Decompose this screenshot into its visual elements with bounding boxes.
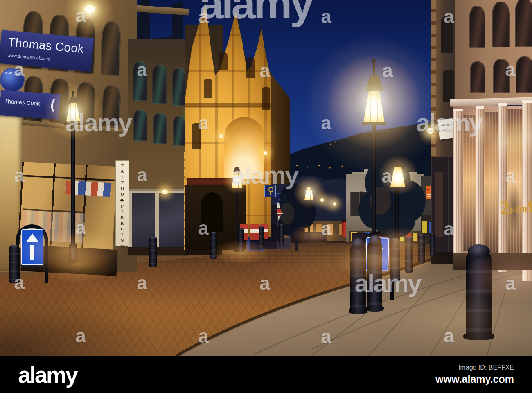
dark-doorway bbox=[201, 192, 223, 232]
lamp-shoulder bbox=[362, 122, 386, 125]
window bbox=[469, 6, 485, 48]
gable-finial bbox=[204, 0, 207, 2]
gable-finial bbox=[235, 9, 237, 11]
pilaster bbox=[476, 106, 484, 264]
bollard bbox=[390, 238, 400, 282]
thomas-cook-fascia-text: Thomas Cook bbox=[7, 36, 84, 56]
two-for-window-vinyl: 2FOR£ bbox=[499, 194, 532, 219]
lamp-post bbox=[395, 187, 399, 244]
vinyl-pound: £ bbox=[527, 196, 532, 216]
window bbox=[192, 123, 201, 149]
window bbox=[246, 57, 255, 78]
thomas-cook-logo-text: Thomas Cook bbox=[1, 70, 20, 76]
bollard-ornate bbox=[350, 243, 366, 313]
poster bbox=[422, 221, 427, 233]
window bbox=[172, 68, 186, 106]
window bbox=[262, 87, 270, 110]
image-id: Image ID: BEFFXE bbox=[458, 364, 514, 371]
alamy-footer-bar: alamy Image ID: BEFFXE www.alamy.com bbox=[0, 356, 532, 393]
window bbox=[493, 59, 510, 93]
one-way-sign-left bbox=[21, 229, 43, 265]
thomas-cook-small-text: Thomas Cook bbox=[4, 98, 40, 107]
lamp-finial-spike bbox=[72, 91, 74, 97]
window bbox=[441, 16, 453, 53]
window bbox=[204, 79, 212, 98]
just-books-line2: books bbox=[279, 198, 288, 201]
lamp-cap bbox=[365, 75, 383, 91]
facade-recess bbox=[360, 191, 363, 218]
thomas-cook-small-fascia: Thomas Cook ( bbox=[0, 90, 61, 120]
lamp-post bbox=[308, 200, 310, 241]
key-shop-sign bbox=[264, 185, 276, 197]
lamp-finial-ball bbox=[372, 59, 376, 63]
bollard bbox=[238, 228, 244, 252]
display-window bbox=[484, 112, 498, 258]
bollard bbox=[405, 237, 413, 273]
shop-stallriser bbox=[128, 247, 188, 255]
gable-finial bbox=[260, 23, 262, 25]
window bbox=[153, 113, 167, 144]
window bbox=[133, 110, 147, 141]
window bbox=[101, 21, 122, 76]
tattoo-piercing-sign: TATTOO◆PIERCING bbox=[115, 160, 129, 246]
stock-photo-page: just books WHSmith bbox=[0, 0, 532, 393]
vinyl-for: FOR bbox=[509, 204, 528, 215]
heart-icon: ♥ bbox=[426, 187, 430, 193]
window bbox=[133, 61, 147, 101]
small-shopfront bbox=[128, 189, 188, 253]
lamp-cap bbox=[392, 160, 404, 167]
shop-window-glass bbox=[159, 193, 184, 248]
bollard-ornate bbox=[367, 240, 382, 310]
estate-board bbox=[277, 209, 286, 214]
balustrade bbox=[185, 103, 271, 107]
just-books-sign: just books bbox=[276, 193, 291, 203]
vinyl-two: 2 bbox=[499, 197, 510, 218]
bollard bbox=[9, 245, 20, 283]
lit-window bbox=[327, 224, 333, 235]
display-window bbox=[463, 115, 476, 251]
window bbox=[173, 116, 186, 146]
shop-plinth bbox=[453, 253, 532, 270]
watermark-a: a bbox=[321, 7, 331, 26]
lamp-finial-spike bbox=[373, 61, 375, 75]
alamy-logo: alamy bbox=[18, 361, 77, 388]
key-icon-stem bbox=[270, 191, 271, 195]
window bbox=[443, 70, 454, 102]
crescent-logo: ( bbox=[50, 97, 55, 113]
window bbox=[515, 0, 532, 47]
window bbox=[101, 85, 121, 126]
thomas-cook-url-text: www.thomascook.com bbox=[7, 53, 50, 61]
window bbox=[492, 2, 510, 47]
night-street-photo: just books WHSmith bbox=[0, 0, 532, 356]
facade-recess bbox=[389, 191, 392, 218]
street-lamp-main bbox=[363, 91, 385, 123]
pilaster bbox=[453, 109, 463, 257]
pilaster bbox=[498, 103, 507, 272]
watermark-a: a bbox=[321, 113, 331, 132]
window bbox=[152, 65, 167, 104]
arrow-up-icon bbox=[26, 233, 38, 242]
key-icon bbox=[268, 187, 273, 192]
litter-bin bbox=[273, 228, 279, 241]
poster bbox=[413, 233, 417, 241]
mast-silhouette bbox=[304, 135, 304, 151]
lamp-bracket bbox=[433, 130, 440, 131]
bollard bbox=[418, 234, 425, 263]
watermark-alamy-large: alamy bbox=[199, 0, 312, 25]
lamp-base-flare bbox=[68, 259, 79, 264]
window bbox=[470, 61, 485, 93]
window-reflection bbox=[435, 172, 443, 237]
estate-board bbox=[278, 215, 285, 220]
bollard bbox=[259, 226, 264, 249]
image-meta: Image ID: BEFFXE www.alamy.com bbox=[435, 364, 514, 385]
lamp-post bbox=[372, 125, 376, 238]
street-lamp-distant bbox=[304, 187, 313, 200]
bollard bbox=[149, 237, 157, 267]
barrier-board bbox=[250, 224, 259, 240]
bollard bbox=[279, 224, 284, 246]
distant-lamp-glow bbox=[333, 202, 336, 206]
just-books-line1: just bbox=[281, 195, 286, 198]
floodlit-arch bbox=[224, 117, 264, 179]
window bbox=[516, 56, 532, 93]
lamp-finial-spike bbox=[397, 156, 398, 161]
